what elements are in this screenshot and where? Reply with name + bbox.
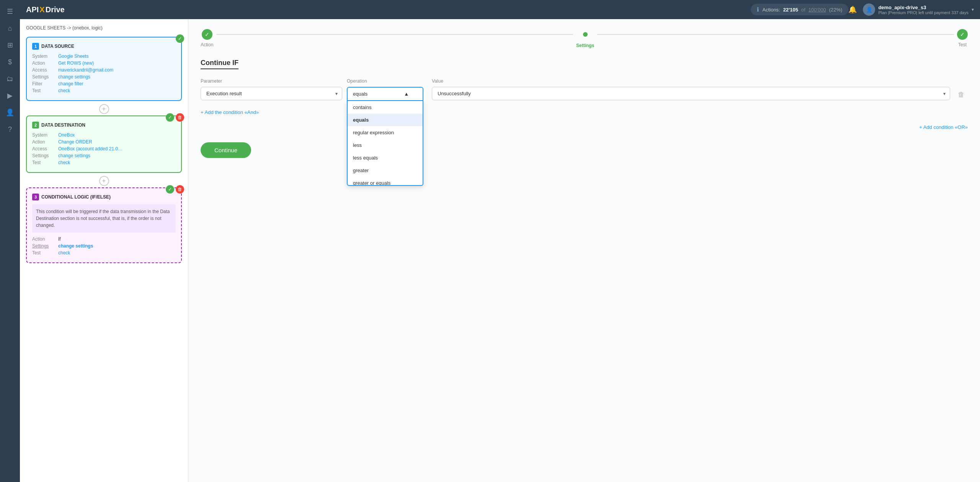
value-action2[interactable]: Change ORDER [58, 139, 92, 145]
card2-header: 2 DATA DESTINATION [32, 122, 176, 129]
step-action-label: Action [201, 42, 213, 47]
logo-x: X [39, 5, 44, 14]
avatar: 👤 [863, 3, 875, 16]
step-test: ✓ Test [957, 29, 968, 47]
add-and-link[interactable]: + Add the condition «And» [201, 109, 259, 115]
label-filter: Filter [32, 81, 55, 86]
card1-row-settings: Settings change settings [32, 74, 176, 80]
sidebar-item-help[interactable]: ? [3, 122, 17, 136]
sidebar-item-menu[interactable]: ☰ [3, 5, 17, 18]
op-option-greater[interactable]: greater [348, 164, 423, 177]
op-option-regex[interactable]: regular expression [348, 126, 423, 139]
sidebar-item-video[interactable]: ▶ [3, 89, 17, 103]
value-system2[interactable]: OneBox [58, 132, 75, 138]
label-action: Action [32, 60, 55, 66]
info-icon: ℹ [757, 6, 759, 13]
label-system2: System [32, 132, 55, 138]
param-select-wrap: Execution result ▾ [201, 87, 342, 100]
value-access[interactable]: maverickandrii@gmail.com [58, 67, 113, 73]
sidebar-item-profile[interactable]: 👤 [3, 106, 17, 119]
condition-labels: Parameter Operation Value [201, 78, 968, 84]
step-action-icon: ✓ [202, 29, 212, 40]
logo-api: API [26, 5, 39, 14]
logo-drive: Drive [46, 5, 65, 14]
step-settings-dot [583, 32, 588, 37]
op-chevron-up-icon: ▲ [404, 91, 409, 97]
card3-check-icon: ✓ [166, 185, 174, 194]
val-select[interactable]: Unsuccessfully [432, 87, 950, 100]
value-system[interactable]: Google Sheets [58, 54, 88, 59]
condition-row-1: Execution result ▾ equals ▲ contains equ… [201, 87, 968, 102]
steps-bar: ✓ Action Settings ✓ Test [201, 28, 968, 48]
value-action[interactable]: Get ROWS (new) [58, 60, 94, 66]
op-option-greater-equals[interactable]: greater or equals [348, 177, 423, 185]
card3-title: CONDITIONAL LOGIC (IF/ELSE) [41, 194, 111, 200]
chevron-down-icon: ▾ [972, 7, 974, 12]
actions-summary: ℹ Actions: 22'105 of 100'000 (22%) [751, 4, 848, 15]
op-label: Operation [347, 78, 427, 84]
label-action3: Action [32, 236, 55, 242]
op-option-less-equals[interactable]: less equals [348, 151, 423, 164]
op-option-less[interactable]: less [348, 139, 423, 151]
section-title: Continue IF [201, 59, 238, 69]
card2-row-system: System OneBox [32, 132, 176, 138]
value-settings[interactable]: change settings [58, 74, 90, 80]
main-area: GOOGLE SHEETS -> (onebox, logic) ✓ 1 DAT… [20, 19, 980, 482]
continue-button[interactable]: Continue [201, 142, 251, 158]
delete-condition-btn[interactable]: 🗑 [955, 88, 968, 102]
add-connector-1[interactable]: + [99, 104, 109, 114]
card3-description: This condition will be triggered if the … [32, 204, 176, 233]
sidebar-item-connections[interactable]: ⊞ [3, 38, 17, 52]
card3-row-action: Action If [32, 236, 176, 242]
value-test2[interactable]: check [58, 160, 70, 165]
add-or-link[interactable]: + Add condition «OR» [919, 124, 968, 130]
param-label: Parameter [201, 78, 342, 84]
actions-label: Actions: [762, 7, 780, 13]
label-action2: Action [32, 139, 55, 145]
op-select-open: equals ▲ contains equals regular express… [347, 87, 427, 101]
card3-delete-btn[interactable]: 🗑 [176, 185, 184, 194]
step-line-1 [216, 34, 573, 35]
flow-card-3: ✓ 🗑 3 CONDITIONAL LOGIC (IF/ELSE) This c… [26, 187, 182, 263]
value-settings2[interactable]: change settings [58, 153, 90, 158]
card1-row-test: Test check [32, 88, 176, 93]
card1-row-system: System Google Sheets [32, 54, 176, 59]
value-test3[interactable]: check [58, 250, 70, 256]
user-section[interactable]: 👤 demo_apix-drive_s3 Plan |Premium PRO| … [863, 3, 974, 16]
continue-btn-wrap: Continue [201, 139, 968, 158]
label-system: System [32, 54, 55, 59]
sidebar-item-billing[interactable]: $ [3, 55, 17, 69]
op-selected-value: equals [353, 91, 368, 97]
add-connector-2[interactable]: + [99, 176, 109, 186]
card2-delete-btn[interactable]: 🗑 [176, 113, 184, 122]
op-option-equals[interactable]: equals [348, 114, 423, 126]
val-label: Value [432, 78, 968, 84]
user-plan: Plan |Premium PRO| left until payment 33… [878, 10, 969, 15]
label-access: Access [32, 67, 55, 73]
op-select-trigger[interactable]: equals ▲ [347, 87, 423, 101]
app-logo: APIXDrive [26, 5, 751, 14]
card1-row-action: Action Get ROWS (new) [32, 60, 176, 66]
value-access2[interactable]: OneBox (account added 21.0… [58, 146, 122, 151]
step-settings-icon [579, 28, 591, 41]
step-settings-label: Settings [576, 43, 594, 48]
op-option-contains[interactable]: contains [348, 101, 423, 114]
sidebar-item-home[interactable]: ⌂ [3, 21, 17, 35]
param-select[interactable]: Execution result [201, 87, 342, 100]
step-action: ✓ Action [201, 29, 213, 47]
notification-bell[interactable]: 🔔 [848, 5, 857, 14]
breadcrumb: GOOGLE SHEETS -> (onebox, logic) [26, 25, 182, 31]
value-filter[interactable]: change filter [58, 81, 83, 86]
card2-title: DATA DESTINATION [41, 122, 85, 128]
flow-panel: GOOGLE SHEETS -> (onebox, logic) ✓ 1 DAT… [20, 19, 188, 482]
flow-card-2: ✓ 🗑 2 DATA DESTINATION System OneBox Act… [26, 116, 182, 173]
value-action3: If [58, 236, 61, 242]
sidebar-item-briefcase[interactable]: 🗂 [3, 72, 17, 86]
value-settings3[interactable]: change settings [58, 243, 93, 249]
step-line-2 [597, 34, 954, 35]
step-test-label: Test [958, 42, 967, 47]
label-settings3: Settings [32, 243, 55, 249]
actions-total: 100'000 [808, 7, 826, 13]
value-test[interactable]: check [58, 88, 70, 93]
card2-row-action: Action Change ORDER [32, 139, 176, 145]
